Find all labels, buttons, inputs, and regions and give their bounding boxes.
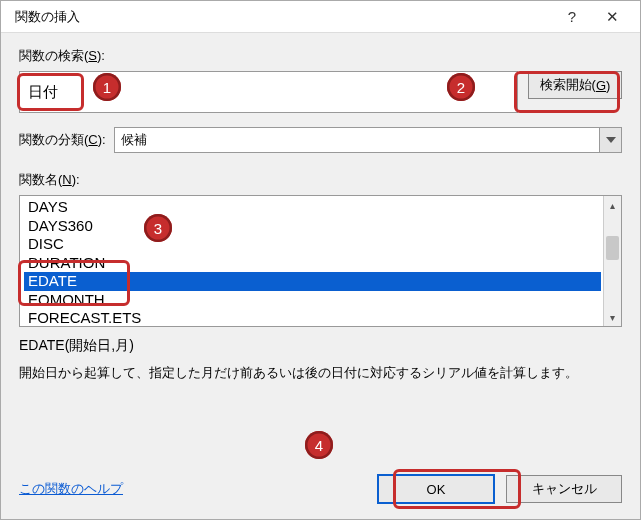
list-item[interactable]: EDATE xyxy=(24,272,601,291)
list-item[interactable]: DISC xyxy=(24,235,601,254)
insert-function-dialog: 関数の挿入 ? ✕ 関数の検索(S): 検索開始(G) 関数の分類(C): 候補… xyxy=(0,0,641,520)
ok-button[interactable]: OK xyxy=(378,475,494,503)
search-input[interactable] xyxy=(19,71,518,113)
close-button[interactable]: ✕ xyxy=(592,8,632,26)
function-list-label: 関数名(N): xyxy=(19,171,622,189)
scroll-up-icon[interactable]: ▴ xyxy=(604,196,621,214)
scroll-thumb[interactable] xyxy=(606,236,619,260)
help-link[interactable]: この関数のヘルプ xyxy=(19,480,123,498)
dialog-footer: この関数のヘルプ OK キャンセル xyxy=(1,463,640,519)
category-combo[interactable]: 候補 xyxy=(114,127,622,153)
scrollbar[interactable]: ▴ ▾ xyxy=(603,196,621,326)
category-value: 候補 xyxy=(121,131,147,149)
category-label: 関数の分類(C): xyxy=(19,131,106,149)
function-listbox[interactable]: DAYSDAYS360DISCDURATIONEDATEEOMONTHFOREC… xyxy=(19,195,622,327)
list-item[interactable]: FORECAST.ETS xyxy=(24,309,601,327)
search-label: 関数の検索(S): xyxy=(19,47,622,65)
dialog-body: 関数の検索(S): 検索開始(G) 関数の分類(C): 候補 関数名(N): D… xyxy=(1,33,640,396)
chevron-down-icon xyxy=(599,128,621,152)
titlebar: 関数の挿入 ? ✕ xyxy=(1,1,640,33)
list-item[interactable]: DURATION xyxy=(24,254,601,273)
annotation-circle-4: 4 xyxy=(305,431,333,459)
function-description: 開始日から起算して、指定した月だけ前あるいは後の日付に対応するシリアル値を計算し… xyxy=(19,363,622,384)
function-signature: EDATE(開始日,月) xyxy=(19,337,622,355)
help-button[interactable]: ? xyxy=(552,8,592,25)
list-item[interactable]: DAYS xyxy=(24,198,601,217)
search-start-button[interactable]: 検索開始(G) xyxy=(528,71,622,99)
list-item[interactable]: DAYS360 xyxy=(24,217,601,236)
cancel-button[interactable]: キャンセル xyxy=(506,475,622,503)
scroll-down-icon[interactable]: ▾ xyxy=(604,308,621,326)
window-title: 関数の挿入 xyxy=(15,8,552,26)
list-item[interactable]: EOMONTH xyxy=(24,291,601,310)
